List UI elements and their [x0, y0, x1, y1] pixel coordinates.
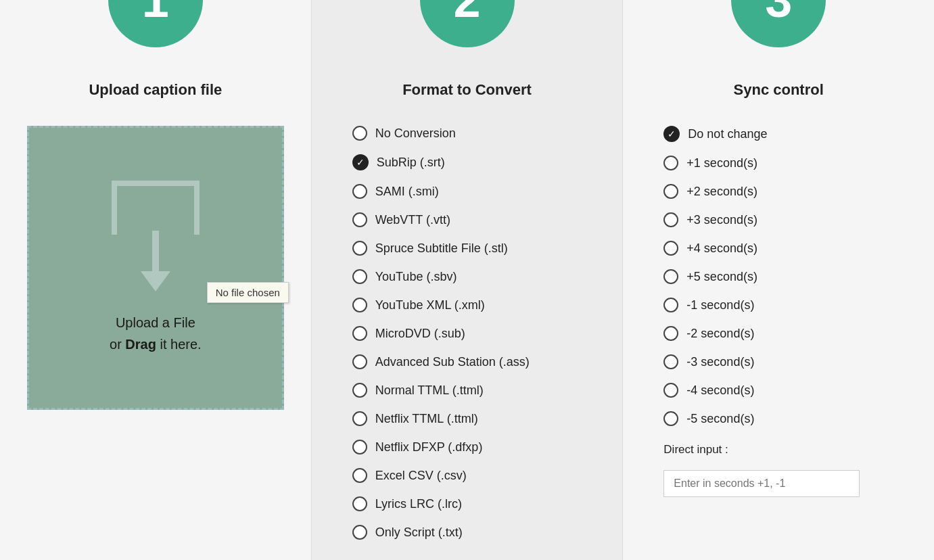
sync-option-minus5[interactable]: -5 second(s)	[663, 411, 893, 426]
upload-arrow	[141, 271, 170, 291]
sync-label: -1 second(s)	[686, 298, 754, 312]
sync-option-plus1[interactable]: +1 second(s)	[663, 156, 893, 170]
format-label: Lyrics LRC (.lrc)	[375, 497, 462, 511]
radio-unchecked-icon	[352, 184, 367, 199]
radio-unchecked-icon	[663, 411, 678, 426]
step3-number: 3	[765, 0, 792, 28]
radio-unchecked-icon	[352, 496, 367, 511]
format-label: YouTube XML (.xml)	[375, 298, 485, 312]
format-option-normal-ttml[interactable]: Normal TTML (.ttml)	[352, 383, 582, 398]
radio-unchecked-icon	[352, 212, 367, 227]
upload-text-or: or	[110, 337, 125, 352]
upload-icon	[112, 181, 200, 291]
upload-text-end: it here.	[156, 337, 202, 352]
sync-option-minus3[interactable]: -3 second(s)	[663, 354, 893, 369]
format-option-excel-csv[interactable]: Excel CSV (.csv)	[352, 468, 582, 483]
sync-option-minus1[interactable]: -1 second(s)	[663, 298, 893, 312]
upload-column: 1 Upload caption file Upload a File or D…	[0, 0, 311, 560]
upload-bracket	[112, 181, 200, 235]
radio-unchecked-icon	[352, 326, 367, 341]
sync-option-plus4[interactable]: +4 second(s)	[663, 241, 893, 256]
format-option-webvtt[interactable]: WebVTT (.vtt)	[352, 212, 582, 227]
radio-unchecked-icon	[352, 383, 367, 398]
radio-unchecked-icon	[663, 326, 678, 341]
radio-unchecked-icon	[663, 156, 678, 170]
format-option-youtube-sbv[interactable]: YouTube (.sbv)	[352, 269, 582, 284]
sync-label: +2 second(s)	[686, 185, 757, 199]
radio-unchecked-icon	[663, 184, 678, 199]
format-option-only-script[interactable]: Only Script (.txt)	[352, 525, 582, 540]
sync-label: -3 second(s)	[686, 355, 754, 369]
step3-title: Sync control	[727, 68, 831, 119]
sync-option-do-not-change[interactable]: ✓ Do not change	[663, 126, 893, 142]
radio-unchecked-icon	[352, 126, 367, 141]
direct-input-label: Direct input :	[663, 443, 893, 457]
radio-checked-icon: ✓	[352, 154, 369, 170]
format-label: Excel CSV (.csv)	[375, 469, 467, 483]
format-label: SAMI (.smi)	[375, 185, 439, 199]
radio-unchecked-icon	[663, 298, 678, 312]
sync-option-plus5[interactable]: +5 second(s)	[663, 269, 893, 284]
step1-circle: 1	[108, 0, 203, 47]
radio-unchecked-icon	[663, 212, 678, 227]
format-label: Only Script (.txt)	[375, 526, 463, 540]
radio-unchecked-icon	[352, 354, 367, 369]
sync-label: -2 second(s)	[686, 327, 754, 341]
format-label: WebVTT (.vtt)	[375, 213, 450, 227]
format-option-microdvd[interactable]: MicroDVD (.sub)	[352, 326, 582, 341]
format-option-subrip[interactable]: ✓ SubRip (.srt)	[352, 154, 582, 170]
format-option-lyrics-lrc[interactable]: Lyrics LRC (.lrc)	[352, 496, 582, 511]
direct-input-field[interactable]	[663, 470, 860, 497]
upload-text: Upload a File or Drag it here.	[110, 312, 202, 355]
format-column: 2 Format to Convert No Conversion ✓ SubR…	[311, 0, 624, 560]
radio-unchecked-icon	[352, 241, 367, 256]
radio-unchecked-icon	[663, 269, 678, 284]
step1-title: Upload caption file	[82, 68, 229, 119]
radio-unchecked-icon	[352, 269, 367, 284]
upload-text-line1: Upload a File	[116, 315, 195, 330]
sync-column: 3 Sync control ✓ Do not change +1 second…	[623, 0, 934, 560]
sync-label: -5 second(s)	[686, 412, 754, 426]
radio-unchecked-icon	[663, 383, 678, 398]
upload-area[interactable]: Upload a File or Drag it here. No file c…	[27, 126, 284, 410]
format-option-spruce[interactable]: Spruce Subtitle File (.stl)	[352, 241, 582, 256]
format-label: Advanced Sub Station (.ass)	[375, 355, 530, 369]
radio-unchecked-icon	[352, 468, 367, 483]
sync-label: +1 second(s)	[686, 156, 757, 170]
format-option-netflix-dfxp[interactable]: Netflix DFXP (.dfxp)	[352, 440, 582, 454]
format-option-sami[interactable]: SAMI (.smi)	[352, 184, 582, 199]
sync-label: +5 second(s)	[686, 270, 757, 284]
format-option-no-conversion[interactable]: No Conversion	[352, 126, 582, 141]
sync-list: ✓ Do not change +1 second(s) +2 second(s…	[623, 119, 934, 504]
radio-checked-icon: ✓	[663, 126, 680, 142]
radio-unchecked-icon	[352, 440, 367, 454]
radio-unchecked-icon	[663, 354, 678, 369]
format-label: MicroDVD (.sub)	[375, 327, 465, 341]
sync-option-minus4[interactable]: -4 second(s)	[663, 383, 893, 398]
no-file-tooltip: No file chosen	[207, 282, 289, 303]
radio-unchecked-icon	[352, 525, 367, 540]
format-option-ass[interactable]: Advanced Sub Station (.ass)	[352, 354, 582, 369]
step2-number: 2	[453, 0, 480, 28]
format-label: No Conversion	[375, 126, 456, 141]
radio-unchecked-icon	[663, 241, 678, 256]
radio-unchecked-icon	[352, 411, 367, 426]
format-option-netflix-ttml[interactable]: Netflix TTML (.ttml)	[352, 411, 582, 426]
sync-option-minus2[interactable]: -2 second(s)	[663, 326, 893, 341]
step2-title: Format to Convert	[396, 68, 538, 119]
format-label: Normal TTML (.ttml)	[375, 383, 484, 398]
step3-circle: 3	[731, 0, 826, 47]
main-container: 1 Upload caption file Upload a File or D…	[0, 0, 934, 560]
radio-unchecked-icon	[352, 298, 367, 312]
upload-arrow-stem	[152, 231, 159, 271]
format-label: Spruce Subtitle File (.stl)	[375, 241, 508, 256]
format-label: Netflix DFXP (.dfxp)	[375, 440, 483, 454]
sync-option-plus2[interactable]: +2 second(s)	[663, 184, 893, 199]
format-label: YouTube (.sbv)	[375, 270, 457, 284]
sync-label: -4 second(s)	[686, 383, 754, 398]
upload-text-drag: Drag	[125, 337, 156, 352]
sync-option-plus3[interactable]: +3 second(s)	[663, 212, 893, 227]
format-label: SubRip (.srt)	[377, 156, 445, 170]
format-option-youtube-xml[interactable]: YouTube XML (.xml)	[352, 298, 582, 312]
step1-number: 1	[142, 0, 169, 28]
